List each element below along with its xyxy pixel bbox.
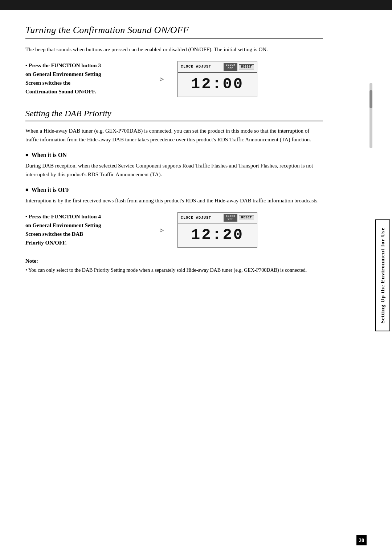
display2-header: CLOCK ADJUST CLOCKOFF RESET bbox=[178, 213, 257, 224]
note-item: You can only select to the DAB Priority … bbox=[25, 266, 323, 274]
instruction2-text: • Press the FUNCTION button 4 on General… bbox=[25, 212, 149, 247]
instruction1-text: • Press the FUNCTION button 3 on General… bbox=[25, 61, 149, 96]
display2-header-buttons: CLOCKOFF RESET bbox=[224, 214, 254, 222]
display1-box: CLOCK ADJUST CLOCKOFF RESET 12:00 bbox=[177, 61, 257, 97]
section2-title: Setting the DAB Priority bbox=[25, 109, 323, 121]
instruction2-block: • Press the FUNCTION button 4 on General… bbox=[25, 212, 323, 248]
scrollbar[interactable] bbox=[369, 83, 372, 148]
display1-header-buttons: CLOCKOFF RESET bbox=[224, 63, 254, 71]
when-off-heading: When it is OFF bbox=[25, 187, 323, 193]
main-content: Turning the Confirmation Sound ON/OFF Th… bbox=[0, 10, 348, 289]
note-list: You can only select to the DAB Priority … bbox=[25, 266, 323, 274]
right-sidebar: Setting Up the Environment for Use bbox=[373, 10, 392, 541]
section2-intro: When a Hide-away DAB tuner (e.g. GEX-P70… bbox=[25, 126, 323, 144]
display2-box: CLOCK ADJUST CLOCKOFF RESET 12:20 bbox=[177, 212, 257, 248]
arrow2-icon: ▹ bbox=[160, 225, 164, 235]
arrow1-icon: ▹ bbox=[160, 74, 164, 84]
display2-reset-btn: RESET bbox=[239, 215, 254, 220]
display1-reset-btn: RESET bbox=[239, 64, 254, 69]
note-block: Note: You can only select to the DAB Pri… bbox=[25, 258, 323, 274]
display2-time: 12:20 bbox=[178, 223, 257, 247]
sidebar-tab-label: Setting Up the Environment for Use bbox=[375, 219, 390, 331]
display1-clock-btn: CLOCKOFF bbox=[224, 63, 238, 71]
section1-intro: The beep that sounds when buttons are pr… bbox=[25, 45, 323, 54]
section1-title-block: Turning the Confirmation Sound ON/OFF Th… bbox=[25, 25, 323, 54]
display1-time: 12:00 bbox=[178, 73, 257, 97]
when-off-block: When it is OFF Interruption is by the fi… bbox=[25, 187, 323, 205]
when-on-heading: When it is ON bbox=[25, 152, 323, 158]
section1-title: Turning the Confirmation Sound ON/OFF bbox=[25, 25, 323, 39]
page-number: 20 bbox=[356, 535, 367, 545]
display2-clock-btn: CLOCKOFF bbox=[224, 214, 238, 222]
display1-header: CLOCK ADJUST CLOCKOFF RESET bbox=[178, 61, 257, 73]
scrollbar-thumb[interactable] bbox=[369, 90, 372, 108]
display2-header-label: CLOCK ADJUST bbox=[181, 216, 211, 220]
display1-header-label: CLOCK ADJUST bbox=[181, 65, 211, 69]
when-off-text: Interruption is by the first received ne… bbox=[25, 196, 323, 205]
top-bar bbox=[0, 0, 392, 10]
when-on-block: When it is ON During DAB reception, when… bbox=[25, 152, 323, 179]
instruction1-block: • Press the FUNCTION button 3 on General… bbox=[25, 61, 323, 97]
when-on-text: During DAB reception, when the selected … bbox=[25, 161, 323, 179]
section2-block: Setting the DAB Priority When a Hide-awa… bbox=[25, 109, 323, 144]
note-title: Note: bbox=[25, 258, 323, 264]
